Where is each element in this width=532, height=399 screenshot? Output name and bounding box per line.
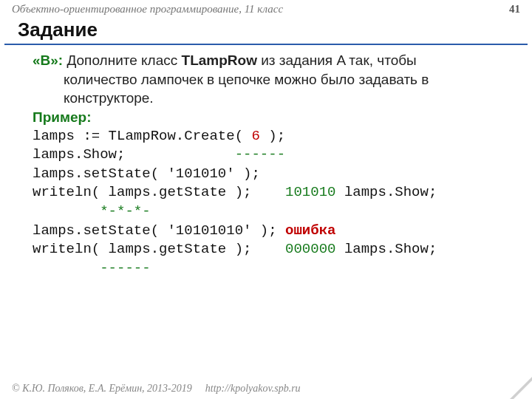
content-area: «B»: Дополните класс TLampRow из задания…: [0, 51, 532, 279]
code-l2a: lamps.Show;: [33, 146, 235, 163]
example-colon: :: [86, 109, 91, 125]
example-label: Пример: [33, 109, 86, 125]
footer-copyright: © К.Ю. Поляков, Е.А. Ерёмин, 2013-2019: [12, 383, 192, 395]
example-line: Пример:: [33, 108, 507, 127]
footer: © К.Ю. Поляков, Е.А. Ерёмин, 2013-2019 h…: [12, 383, 301, 395]
code-l1-num: 6: [251, 128, 259, 144]
task-cont-2: конструкторе.: [64, 89, 507, 108]
code-l7a: writeln( lamps.getState );: [33, 241, 285, 257]
code-l2-out: ------: [235, 146, 285, 163]
code-l8-out: ------: [33, 260, 151, 276]
code-l5-out: *-*-*-: [33, 203, 151, 219]
code-l6a: lamps.setState( '10101010' );: [33, 222, 285, 239]
task-classname: TLampRow: [182, 52, 257, 68]
task-cont-1: количество лампочек в цепочке можно было…: [64, 70, 507, 89]
code-l3: lamps.setState( '101010' );: [33, 166, 260, 182]
task-block: «B»: Дополните класс TLampRow из задания…: [33, 51, 507, 108]
subject-text: Объектно-ориентированное программировани…: [12, 3, 283, 16]
code-l7-out: 000000: [285, 241, 335, 257]
page-corner-icon: [510, 377, 532, 399]
footer-link: http://kpolyakov.spb.ru: [205, 383, 301, 395]
code-l4c: lamps.Show;: [335, 184, 437, 200]
code-l4-out: 101010: [285, 184, 335, 200]
code-l1a: lamps := TLampRow.Create(: [33, 128, 251, 144]
page-title: Задание: [4, 17, 528, 45]
task-text-2: из задания A так, чтобы: [257, 52, 417, 68]
slide-header: Объектно-ориентированное программировани…: [0, 0, 532, 17]
code-l7c: lamps.Show;: [335, 241, 437, 257]
code-l6-err: ошибка: [285, 222, 335, 239]
code-l4a: writeln( lamps.getState );: [33, 184, 285, 200]
code-l1b: );: [260, 128, 285, 144]
task-text-1: Дополните класс: [63, 52, 181, 68]
page-number: 41: [509, 3, 520, 16]
code-block: lamps := TLampRow.Create( 6 ); lamps.Sho…: [33, 127, 507, 279]
task-label: «B»:: [33, 52, 63, 68]
